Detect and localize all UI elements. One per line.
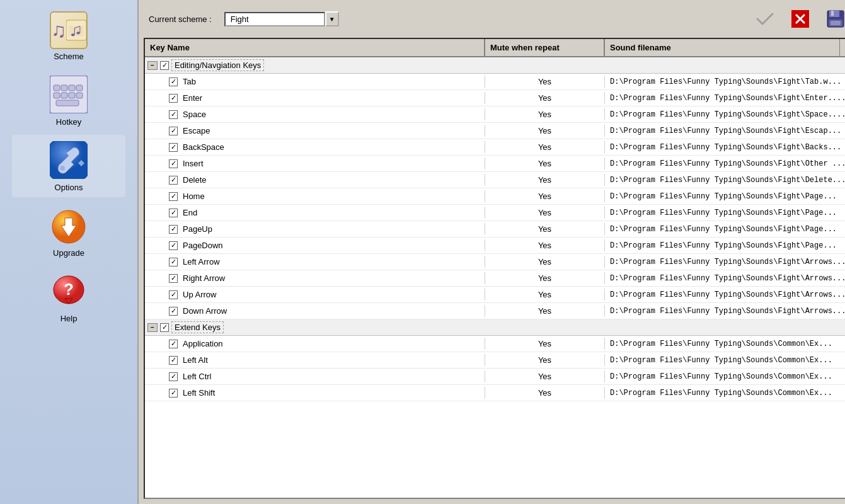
sidebar-item-options[interactable]: Options (12, 135, 125, 197)
table-row[interactable]: Left CtrlYesD:\Program Files\Funny Typin… (145, 369, 845, 385)
item-mute: Yes (485, 207, 605, 219)
item-name: Delete (183, 175, 207, 185)
item-checkbox-1-3[interactable] (169, 389, 178, 398)
table-row[interactable]: PageUpYesD:\Program Files\Funny Typing\S… (145, 221, 845, 238)
item-mute: Yes (485, 338, 605, 350)
item-sound: D:\Program Files\Funny Typing\Sounds\Fig… (605, 289, 845, 301)
table-row[interactable]: EscapeYesD:\Program Files\Funny Typing\S… (145, 123, 845, 139)
item-checkbox-0-13[interactable] (169, 290, 178, 299)
item-mute: Yes (485, 289, 605, 301)
item-sound: D:\Program Files\Funny Typing\Sounds\Com… (605, 338, 845, 350)
item-name: PageDown (183, 241, 223, 250)
table-row[interactable]: Left ArrowYesD:\Program Files\Funny Typi… (145, 254, 845, 270)
scheme-icon (50, 11, 88, 49)
group-row-1[interactable]: −Extend Keys (145, 319, 845, 336)
item-name: Escape (183, 126, 210, 135)
table-row[interactable]: Right ArrowYesD:\Program Files\Funny Typ… (145, 270, 845, 287)
item-checkbox-0-3[interactable] (169, 127, 178, 135)
table-row[interactable]: Down ArrowYesD:\Program Files\Funny Typi… (145, 303, 845, 319)
item-checkbox-1-2[interactable] (169, 372, 178, 381)
item-checkbox-0-2[interactable] (169, 110, 178, 119)
group-checkbox-0[interactable] (160, 61, 169, 70)
item-checkbox-0-12[interactable] (169, 274, 178, 283)
item-mute: Yes (485, 239, 605, 251)
item-mute: Yes (485, 174, 605, 186)
item-sound: D:\Program Files\Funny Typing\Sounds\Fig… (605, 306, 845, 317)
item-checkbox-0-1[interactable] (169, 94, 178, 103)
upgrade-icon (49, 205, 89, 246)
item-name: Right Arrow (183, 273, 225, 283)
svg-point-8 (77, 32, 80, 34)
item-checkbox-0-10[interactable] (169, 241, 178, 250)
main-table: Key Name Mute when repeat Sound filename… (144, 38, 845, 499)
item-mute: Yes (485, 190, 605, 202)
item-checkbox-1-1[interactable] (169, 356, 178, 365)
item-sound: D:\Program Files\Funny Typing\Sounds\Fig… (605, 142, 845, 153)
sidebar-item-scheme[interactable]: Scheme (12, 6, 125, 66)
item-mute: Yes (485, 125, 605, 137)
x-icon (791, 10, 809, 28)
svg-rect-14 (69, 85, 75, 91)
table-row[interactable]: SpaceYesD:\Program Files\Funny Typing\So… (145, 106, 845, 123)
item-name: Left Shift (183, 388, 215, 398)
table-row[interactable]: HomeYesD:\Program Files\Funny Typing\Sou… (145, 188, 845, 205)
group-toggle-1[interactable]: − (147, 323, 158, 332)
sidebar-item-hotkey[interactable]: Hotkey (12, 69, 125, 132)
sidebar-item-upgrade[interactable]: Upgrade (12, 200, 125, 263)
item-checkbox-0-5[interactable] (169, 159, 178, 168)
group-checkbox-1[interactable] (160, 323, 169, 332)
table-row[interactable]: TabYesD:\Program Files\Funny Typing\Soun… (145, 74, 845, 90)
table-row[interactable]: DeleteYesD:\Program Files\Funny Typing\S… (145, 172, 845, 188)
svg-rect-16 (54, 93, 60, 98)
options-icon (49, 140, 89, 180)
table-row[interactable]: InsertYesD:\Program Files\Funny Typing\S… (145, 156, 845, 172)
table-row[interactable]: PageDownYesD:\Program Files\Funny Typing… (145, 238, 845, 254)
item-sound: D:\Program Files\Funny Typing\Sounds\Fig… (605, 125, 845, 137)
item-checkbox-0-0[interactable] (169, 77, 178, 86)
item-name: Enter (183, 93, 202, 103)
group-row-0[interactable]: −Editing/Navgiation Keys (145, 57, 845, 74)
item-mute: Yes (485, 76, 605, 88)
table-row[interactable]: EnterYesD:\Program Files\Funny Typing\So… (145, 90, 845, 106)
col-mute-header: Mute when repeat (485, 39, 605, 56)
item-sound: D:\Program Files\Funny Typing\Sounds\Com… (605, 371, 845, 382)
item-mute: Yes (485, 108, 605, 120)
save-button[interactable] (824, 8, 845, 30)
scheme-dropdown-arrow[interactable]: ▼ (325, 11, 339, 26)
item-checkbox-0-14[interactable] (169, 307, 178, 316)
item-name: Home (183, 192, 205, 201)
table-row[interactable]: Up ArrowYesD:\Program Files\Funny Typing… (145, 287, 845, 303)
confirm-button[interactable] (754, 8, 776, 30)
svg-rect-32 (831, 11, 834, 16)
item-name: Insert (183, 159, 204, 168)
item-sound: D:\Program Files\Funny Typing\Sounds\Fig… (605, 158, 845, 169)
item-sound: D:\Program Files\Funny Typing\Sounds\Fig… (605, 76, 845, 88)
sidebar-hotkey-label: Hotkey (56, 117, 81, 127)
sidebar-item-help[interactable]: ? Help (12, 266, 125, 328)
table-row[interactable]: Left ShiftYesD:\Program Files\Funny Typi… (145, 385, 845, 401)
item-checkbox-0-4[interactable] (169, 143, 178, 152)
table-row[interactable]: BackSpaceYesD:\Program Files\Funny Typin… (145, 139, 845, 156)
item-sound: D:\Program Files\Funny Typing\Sounds\Fig… (605, 224, 845, 235)
item-mute: Yes (485, 354, 605, 366)
item-sound: D:\Program Files\Funny Typing\Sounds\Fig… (605, 93, 845, 104)
group-label-1: Extend Keys (171, 321, 224, 333)
table-row[interactable]: EndYesD:\Program Files\Funny Typing\Soun… (145, 205, 845, 221)
table-row[interactable]: Left AltYesD:\Program Files\Funny Typing… (145, 352, 845, 369)
cancel-button[interactable] (789, 8, 812, 30)
group-toggle-0[interactable]: − (147, 61, 158, 70)
item-name: Up Arrow (183, 290, 216, 299)
item-checkbox-1-0[interactable] (169, 340, 178, 348)
item-checkbox-0-8[interactable] (169, 209, 178, 217)
scheme-dropdown-value[interactable]: Fight (224, 12, 325, 26)
table-row[interactable]: ApplicationYesD:\Program Files\Funny Typ… (145, 336, 845, 352)
item-checkbox-0-6[interactable] (169, 176, 178, 185)
table-body[interactable]: −Editing/Navgiation KeysTabYesD:\Program… (145, 57, 845, 498)
item-checkbox-0-9[interactable] (169, 225, 178, 234)
item-sound: D:\Program Files\Funny Typing\Sounds\Fig… (605, 273, 845, 284)
item-checkbox-0-7[interactable] (169, 192, 178, 201)
svg-rect-20 (56, 100, 79, 106)
scheme-dropdown[interactable]: Fight ▼ (224, 11, 339, 26)
main-panel: Current scheme : Fight ▼ (139, 0, 845, 504)
item-checkbox-0-11[interactable] (169, 258, 178, 266)
